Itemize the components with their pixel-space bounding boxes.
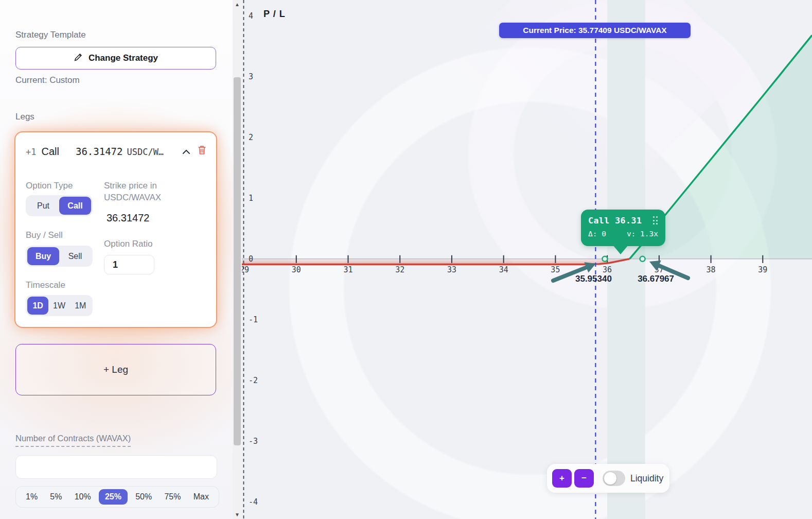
timescale-1w[interactable]: 1W — [48, 297, 69, 315]
percent-50[interactable]: 50% — [131, 489, 156, 505]
range-marker-0[interactable] — [602, 256, 607, 262]
svg-text:36: 36 — [603, 265, 612, 274]
delete-leg-button[interactable] — [197, 145, 207, 157]
vertical-scrollbar[interactable]: ▲ ▼ — [233, 0, 242, 519]
scroll-down-icon[interactable]: ▼ — [233, 512, 242, 517]
leg-title-strike: 36.31472 — [76, 146, 123, 157]
svg-text:3: 3 — [249, 72, 253, 81]
percent-10[interactable]: 10% — [70, 489, 96, 505]
timescale-1d[interactable]: 1D — [27, 297, 48, 315]
leg-card-header: +1 Call 36.31472 USDC/W… — [26, 145, 207, 158]
trash-icon — [197, 145, 207, 157]
change-strategy-label: Change Strategy — [89, 53, 158, 63]
svg-text:38: 38 — [707, 265, 716, 274]
pl-chart-pane: 293031323334353637383943210-1-2-3-435.95… — [242, 0, 812, 519]
svg-text:1: 1 — [249, 194, 253, 203]
percent-max[interactable]: Max — [189, 489, 214, 505]
contracts-label: Number of Contracts (WAVAX) — [15, 434, 131, 447]
svg-text:-3: -3 — [249, 437, 258, 446]
buy-option[interactable]: Buy — [27, 247, 59, 265]
timescale-toggle: 1D 1W 1M — [26, 295, 93, 316]
tooltip-vega: v: 1.3x — [627, 230, 658, 238]
put-option[interactable]: Put — [27, 197, 59, 215]
leg-chart-tooltip[interactable]: Call 36.31 Δ: 0 v: 1.3x — [581, 210, 665, 246]
svg-text:0: 0 — [249, 254, 253, 264]
option-ratio-label: Option Ratio — [104, 238, 153, 250]
pencil-icon — [74, 52, 83, 64]
strike-price-value[interactable]: 36.31472 — [107, 212, 149, 224]
svg-text:-4: -4 — [249, 497, 258, 507]
chevron-up-icon — [182, 149, 191, 157]
option-type-label: Option Type — [26, 180, 73, 192]
timescale-1m[interactable]: 1M — [70, 297, 91, 315]
options-strategy-app: Strategy Template Change Strategy Curren… — [0, 0, 812, 519]
strategy-template-label: Strategy Template — [15, 30, 86, 40]
percent-1[interactable]: 1% — [21, 489, 42, 505]
pl-axis-title: P / L — [263, 9, 286, 20]
percent-75[interactable]: 75% — [160, 489, 185, 505]
liquidity-toggle[interactable] — [603, 471, 625, 486]
range-marker-1[interactable] — [640, 256, 645, 262]
svg-text:35.95340: 35.95340 — [575, 274, 612, 284]
tooltip-delta: Δ: 0 — [588, 230, 606, 238]
leg-card: +1 Call 36.31472 USDC/W… — [14, 131, 217, 328]
tooltip-title: Call 36.31 — [588, 216, 642, 226]
svg-text:4: 4 — [249, 11, 253, 21]
zoom-in-button[interactable]: + — [552, 469, 572, 488]
leg-type: Call — [41, 146, 59, 158]
svg-text:-1: -1 — [249, 315, 258, 324]
option-ratio-input[interactable] — [104, 255, 154, 274]
sell-option[interactable]: Sell — [59, 247, 91, 265]
svg-text:30: 30 — [292, 265, 301, 274]
svg-text:34: 34 — [499, 265, 508, 274]
current-strategy-label: Current: Custom — [15, 75, 80, 85]
strike-price-label: Strike price in USDC/WAVAX — [104, 180, 186, 203]
legs-label: Legs — [15, 112, 34, 122]
svg-text:35: 35 — [551, 265, 560, 274]
liquidity-label: Liquidity — [630, 473, 663, 484]
percent-5[interactable]: 5% — [45, 489, 66, 505]
svg-text:39: 39 — [758, 265, 767, 274]
timescale-label: Timescale — [26, 279, 65, 291]
svg-text:-2: -2 — [249, 376, 258, 385]
add-leg-button[interactable]: + Leg — [15, 344, 216, 395]
svg-text:32: 32 — [395, 265, 404, 274]
svg-text:29: 29 — [242, 265, 249, 274]
current-price-badge: Current Price: 35.77409 USDC/WAVAX — [499, 23, 691, 38]
scroll-up-icon[interactable]: ▲ — [233, 2, 242, 7]
zoom-out-button[interactable]: − — [574, 469, 594, 488]
contracts-input[interactable] — [15, 455, 217, 479]
percent-quick-select: 1% 5% 10% 25% 50% 75% Max — [15, 486, 219, 508]
option-type-toggle: Put Call — [26, 195, 93, 216]
sidebar: Strategy Template Change Strategy Curren… — [0, 0, 233, 519]
leg-title-pair: USDC/W… — [127, 147, 164, 157]
pl-chart[interactable]: 293031323334353637383943210-1-2-3-435.95… — [242, 0, 812, 519]
drag-handle-icon[interactable] — [653, 216, 659, 225]
buy-sell-label: Buy / Sell — [26, 229, 63, 241]
buy-sell-toggle: Buy Sell — [26, 246, 93, 267]
leg-quantity: +1 — [26, 147, 36, 157]
svg-text:31: 31 — [343, 265, 352, 274]
scrollbar-thumb[interactable] — [234, 77, 241, 445]
chart-controls: + − Liquidity — [547, 464, 669, 493]
svg-text:33: 33 — [447, 265, 456, 274]
toggle-knob — [604, 472, 616, 485]
change-strategy-button[interactable]: Change Strategy — [15, 47, 216, 70]
svg-text:2: 2 — [249, 133, 253, 142]
collapse-leg-button[interactable] — [182, 149, 191, 157]
call-option[interactable]: Call — [59, 197, 91, 215]
percent-25[interactable]: 25% — [99, 489, 128, 505]
svg-text:36.67967: 36.67967 — [638, 274, 674, 284]
